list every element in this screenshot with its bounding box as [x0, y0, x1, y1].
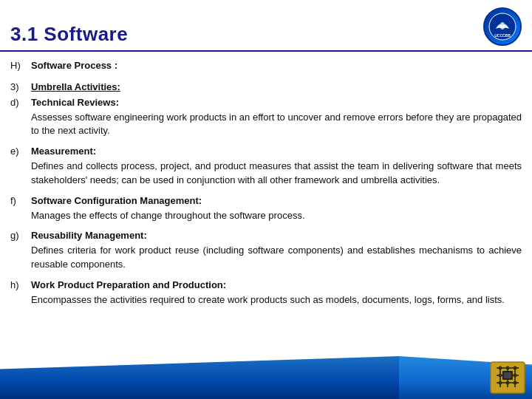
- section-h-body: Software Process :: [31, 59, 522, 73]
- svg-point-18: [513, 381, 516, 385]
- page-title: 3.1 Software: [10, 23, 128, 46]
- main-content: H) Software Process : 3) Umbrella Activi…: [0, 58, 532, 307]
- section-g-body: Reusability Management: Defines criteria…: [31, 229, 522, 272]
- section-f-label: f): [10, 194, 31, 223]
- section-e-heading: Measurement:: [31, 146, 96, 157]
- section-h2: h) Work Product Preparation and Producti…: [10, 279, 522, 307]
- logo-icon: UCCCBB: [488, 13, 516, 41]
- section-3-heading: Umbrella Activities:: [31, 81, 120, 92]
- section-f-text: Manages the effects of change throughout…: [31, 209, 522, 223]
- section-d: d) Technical Reviews: Assesses software …: [10, 96, 522, 139]
- section-f: f) Software Configuration Management: Ma…: [10, 194, 522, 223]
- section-3: 3) Umbrella Activities:: [10, 81, 522, 95]
- page-container: 3.1 Software UCCCBB H) Software Process …: [0, 0, 532, 399]
- section-e-body: Measurement: Defines and collects proces…: [31, 145, 522, 188]
- bottom-decoration: [0, 356, 532, 399]
- section-3-body: Umbrella Activities:: [31, 81, 522, 95]
- circuit-icon: [487, 359, 528, 396]
- section-h2-heading: Work Product Preparation and Production:: [31, 279, 226, 290]
- svg-point-16: [498, 381, 502, 385]
- section-h2-text: Encompasses the activities required to c…: [31, 293, 522, 307]
- svg-rect-20: [504, 372, 511, 378]
- section-g: g) Reusability Management: Defines crite…: [10, 229, 522, 272]
- blue-wave-left: [0, 356, 399, 399]
- section-f-heading: Software Configuration Management:: [31, 195, 202, 206]
- section-h-heading: Software Process :: [31, 60, 117, 71]
- header: 3.1 Software UCCCBB: [0, 0, 532, 52]
- section-h: H) Software Process :: [10, 59, 522, 73]
- section-e-text: Defines and collects process, project, a…: [31, 160, 522, 188]
- section-d-body: Technical Reviews: Assesses software eng…: [31, 96, 522, 139]
- section-g-label: g): [10, 229, 31, 272]
- svg-point-10: [498, 366, 502, 370]
- section-h2-body: Work Product Preparation and Production:…: [31, 279, 522, 307]
- section-f-body: Software Configuration Management: Manag…: [31, 194, 522, 223]
- section-e: e) Measurement: Defines and collects pro…: [10, 145, 522, 188]
- svg-text:UCCCBB: UCCCBB: [494, 33, 511, 38]
- section-d-text: Assesses software engineering work produ…: [31, 111, 522, 139]
- section-3-label: 3): [10, 81, 31, 95]
- svg-point-13: [498, 374, 502, 378]
- section-h-label: H): [10, 59, 31, 73]
- svg-point-11: [505, 366, 509, 370]
- svg-point-1: [500, 24, 505, 30]
- svg-point-15: [513, 374, 516, 378]
- section-d-heading: Technical Reviews:: [31, 97, 119, 108]
- circuit-svg: [489, 361, 526, 395]
- svg-point-17: [505, 381, 509, 385]
- section-h2-label: h): [10, 279, 31, 307]
- logo: UCCCBB: [483, 7, 522, 46]
- svg-point-12: [513, 366, 516, 370]
- section-e-label: e): [10, 145, 31, 188]
- section-g-text: Defines criteria for work product reuse …: [31, 244, 522, 272]
- section-d-label: d): [10, 96, 31, 139]
- section-g-heading: Reusability Management:: [31, 230, 147, 241]
